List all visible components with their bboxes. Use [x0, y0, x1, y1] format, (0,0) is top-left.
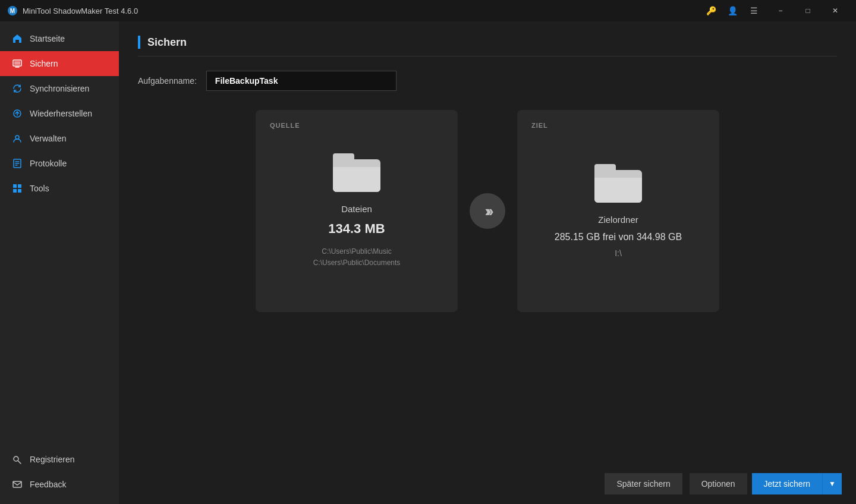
- sidebar-item-registrieren[interactable]: Registrieren: [0, 447, 119, 472]
- target-card[interactable]: ZIEL Zielordner 285.15 GB frei von 344.9…: [517, 110, 719, 312]
- sidebar-item-synchronisieren[interactable]: Synchronisieren: [0, 76, 119, 101]
- sidebar-bottom: Registrieren Feedback: [0, 447, 119, 504]
- sidebar-label-wiederherstellen: Wiederherstellen: [30, 109, 92, 118]
- sidebar-label-feedback: Feedback: [30, 480, 66, 489]
- sidebar-item-startseite[interactable]: Startseite: [0, 26, 119, 51]
- cards-row: QUELLE Dateien 134.3 MB C:\Users\Public\…: [138, 110, 837, 312]
- task-name-label: Aufgabenname:: [138, 76, 197, 86]
- sidebar-item-verwalten[interactable]: Verwalten: [0, 126, 119, 151]
- sidebar-label-startseite: Startseite: [30, 34, 65, 43]
- arrow-chevrons-icon: ›› ›: [484, 202, 490, 220]
- menu-icon[interactable]: ☰: [748, 6, 760, 15]
- sidebar-nav: Startseite Sichern: [0, 21, 119, 447]
- page-title: Sichern: [147, 36, 187, 49]
- sidebar-label-tools: Tools: [30, 184, 49, 193]
- key-icon[interactable]: 🔑: [705, 6, 717, 15]
- task-name-row: Aufgabenname:: [138, 71, 837, 91]
- sidebar-item-feedback[interactable]: Feedback: [0, 472, 119, 497]
- svg-rect-12: [13, 481, 21, 487]
- target-card-label: ZIEL: [531, 122, 548, 129]
- manage-icon: [12, 133, 23, 144]
- sidebar-label-verwalten: Verwalten: [30, 134, 66, 143]
- svg-rect-8: [18, 184, 21, 188]
- app-logo: M: [7, 5, 18, 16]
- source-card-paths: C:\Users\Public\Music C:\Users\Public\Do…: [313, 246, 401, 269]
- backup-icon: [12, 58, 23, 69]
- mail-icon: [12, 479, 23, 490]
- restore-icon: [12, 108, 23, 119]
- svg-rect-9: [13, 189, 17, 193]
- sidebar: Startseite Sichern: [0, 21, 119, 504]
- sidebar-item-sichern[interactable]: Sichern: [0, 51, 119, 76]
- target-card-free: 285.15 GB frei von 344.98 GB: [555, 232, 682, 242]
- page-title-accent: [138, 36, 140, 49]
- backup-button-group: Jetzt sichern ▼: [752, 473, 842, 494]
- window-controls: − □ ✕: [767, 0, 849, 21]
- app-title: MiniTool ShadowMaker Test 4.6.0: [23, 7, 705, 15]
- action-bar: Später sichern Optionen Jetzt sichern ▼: [590, 464, 856, 504]
- backup-dropdown-button[interactable]: ▼: [822, 473, 842, 494]
- minimize-button[interactable]: −: [767, 0, 794, 21]
- tools-icon: [12, 183, 23, 194]
- svg-rect-10: [18, 189, 21, 193]
- log-icon: [12, 158, 23, 169]
- source-card-name: Dateien: [341, 204, 372, 214]
- later-button[interactable]: Später sichern: [605, 473, 682, 494]
- sidebar-label-registrieren: Registrieren: [30, 455, 74, 464]
- source-path-2: C:\Users\Public\Documents: [313, 257, 401, 269]
- titlebar: M MiniTool ShadowMaker Test 4.6.0 🔑 👤 ☰ …: [0, 0, 856, 21]
- sidebar-label-sichern: Sichern: [30, 59, 58, 68]
- source-card-size: 134.3 MB: [328, 221, 385, 237]
- arrow-button[interactable]: ›› ›: [470, 193, 505, 229]
- source-folder-icon: [333, 153, 380, 192]
- maximize-button[interactable]: □: [794, 0, 822, 21]
- close-button[interactable]: ✕: [822, 0, 849, 21]
- sidebar-item-wiederherstellen[interactable]: Wiederherstellen: [0, 101, 119, 126]
- sidebar-item-tools[interactable]: Tools: [0, 176, 119, 201]
- sidebar-label-synchronisieren: Synchronisieren: [30, 84, 89, 93]
- sidebar-item-protokolle[interactable]: Protokolle: [0, 151, 119, 176]
- svg-point-5: [15, 136, 19, 139]
- titlebar-icons: 🔑 👤 ☰: [705, 6, 760, 15]
- register-key-icon: [12, 454, 23, 465]
- svg-text:M: M: [10, 8, 15, 14]
- svg-rect-7: [13, 184, 17, 188]
- svg-rect-3: [14, 61, 20, 65]
- sync-icon: [12, 83, 23, 94]
- page-title-bar: Sichern: [138, 36, 837, 56]
- target-card-name: Zielordner: [598, 215, 638, 225]
- task-name-input[interactable]: [206, 71, 396, 91]
- source-card-label: QUELLE: [270, 122, 300, 129]
- sidebar-label-protokolle: Protokolle: [30, 159, 67, 168]
- home-icon: [12, 33, 23, 44]
- target-card-drive: I:\: [615, 248, 622, 258]
- source-path-1: C:\Users\Public\Music: [313, 246, 401, 257]
- backup-now-button[interactable]: Jetzt sichern: [752, 473, 823, 494]
- content-area: Sichern Aufgabenname: QUELLE Dateien 134…: [119, 21, 856, 504]
- options-button[interactable]: Optionen: [690, 473, 747, 494]
- source-card[interactable]: QUELLE Dateien 134.3 MB C:\Users\Public\…: [256, 110, 458, 312]
- target-folder-icon: [594, 164, 642, 203]
- user-icon[interactable]: 👤: [726, 6, 738, 15]
- main-layout: Startseite Sichern: [0, 21, 856, 504]
